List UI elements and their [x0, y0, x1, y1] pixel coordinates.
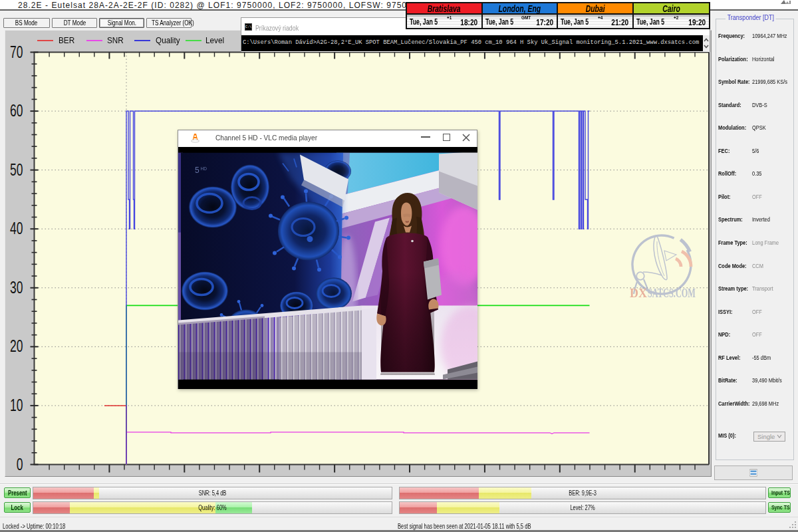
- svg-text:40: 40: [10, 219, 23, 237]
- svg-text:20: 20: [10, 336, 23, 355]
- svg-text:10: 10: [10, 396, 23, 414]
- svg-text:30: 30: [10, 278, 23, 297]
- svg-text:0: 0: [17, 455, 23, 473]
- svg-text:DX: DX: [630, 286, 647, 300]
- svg-text:50: 50: [10, 160, 23, 179]
- svg-text:SATCS.COM: SATCS.COM: [648, 286, 696, 300]
- svg-text:70: 70: [10, 43, 23, 61]
- svg-text:60: 60: [10, 101, 23, 120]
